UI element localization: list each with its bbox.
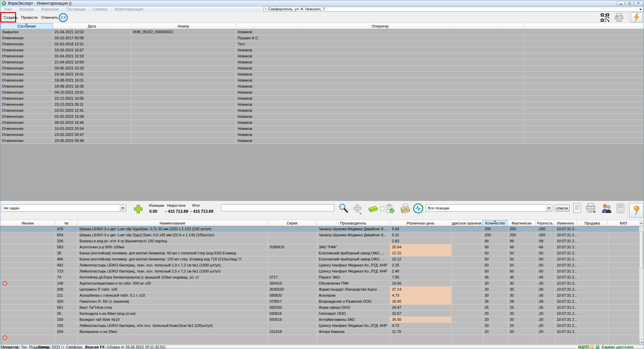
table-row[interactable]: Отмененная23-06-2021 14:01Новиков [0,71,644,78]
column-header-icons[interactable]: Иконки [0,220,55,226]
positions-toolbar: Не задан Излишки Недостача Итог 0.00 - 4… [0,201,644,220]
list-button[interactable]: список [555,205,569,211]
column-header-kiz[interactable]: КИЗ [608,220,639,226]
cell-date: 23-05-2022 09:48 [53,138,131,144]
table-row[interactable]: Отмененная01-04-2021 10:19Новиков [0,53,644,59]
cell-quantity: 50 [483,268,508,274]
table-row[interactable]: Отмененная10-01-2022 12:41Новиков [0,108,644,114]
pin-panel-button[interactable] [629,203,643,218]
column-header-number[interactable]: Номер [131,23,236,29]
table-row[interactable]: Отмененная02-02-2022 15:08Новиков [0,114,644,120]
column-header-state[interactable]: Состояние [0,23,53,29]
column-header-name[interactable]: Наименование [78,220,267,226]
quick-actions-button[interactable] [631,12,643,22]
cancel-button[interactable]: Отменить [39,14,60,21]
menu-funkcii[interactable]: Функции [16,7,38,11]
column-header-date[interactable]: Дата [53,23,131,29]
mdlp-check-button[interactable] [413,203,423,214]
table-row-partial[interactable]: + [0,335,644,345]
column-header-num[interactable]: № [55,220,78,226]
table-row[interactable]: Отмененная03-10-2017 00:06Пушкин А.С. [0,35,644,41]
table-row[interactable]: 204Валерианы н-ка 25мл151018Флора Кавказ… [0,329,644,335]
column-header-manufacturer[interactable]: Производитель [317,220,390,226]
menu-inventarizaciya[interactable]: Инвентаризация [111,7,147,11]
menu-spravka[interactable]: Справка [89,7,111,11]
column-header-quantity[interactable]: Количество [483,220,508,226]
table-row[interactable]: Отмененная09-02-2022 15:46Новиков [0,120,644,126]
table-row[interactable]: Отмененная10-03-2022 20:54Новиков [0,126,644,132]
main-toolbar: Создать Провести Отменить FX [0,12,644,23]
menu-uchet[interactable]: Учет [0,7,16,11]
table-row[interactable]: 561Бинт 7м*14см стер082020Фарм-сфера ООО… [0,305,644,311]
positions-filter-select[interactable]: Все позиции [426,204,552,212]
cell-number: 211 [55,293,78,298]
column-header-retail-price[interactable]: Розничная цена [390,220,451,226]
table-row[interactable]: Отмененная18-08-2021 16:35Новиков [0,84,644,90]
red-cross-badge-icon: + [3,336,7,340]
block-button[interactable] [367,205,378,213]
column-header-series[interactable]: Серия [267,220,317,226]
table-row[interactable]: Отмененная03-06-2021 10:33Новиков [0,65,644,71]
table-row[interactable]: Отмененная23-05-2022 09:48Новиков [0,138,644,144]
restore-button[interactable] [626,1,634,5]
cash-register-button[interactable] [400,204,410,214]
total-label: Итог [192,203,200,207]
table-row[interactable]: Отмененная18-08-2021 16:01Новиков [0,78,644,84]
add-position-button[interactable] [134,205,143,214]
column-header-difference[interactable]: Разность [536,220,554,226]
column-header-operator[interactable]: Оператор [236,23,525,29]
checkbox-icon[interactable] [380,207,384,211]
table-row[interactable]: Отмененная22-12-2021 10:06Новиков [0,96,644,102]
table-row[interactable]: Отмененная21-04-2021 10:00Новиков [0,59,644,65]
table-row[interactable]: +148Ацетилсалициловая к-та табл. 500 мг … [0,281,644,287]
table-row[interactable]: 25Календула н-ка 40мл (инд уп-ка)030816Г… [0,311,644,317]
column-header-address-storage[interactable]: дресное хранени [451,220,483,226]
cell-retail-price: 2.25 [390,262,452,268]
table-row[interactable]: 492Лейкопластырь LEIKO бактериц. ткан. о… [0,262,644,268]
close-button[interactable]: ✕ [634,1,642,5]
table-row[interactable]: 336Бахилы в инд.уп. п/эт 4 гр (Крымпласт… [0,238,644,244]
table-row[interactable]: Отмененная23-05-2022 09:47Новиков [0,132,644,138]
table-row[interactable]: 159Валидол таб 60мг №10550519Алтайвитами… [0,317,644,323]
table-row[interactable]: Отмененная10-03-2021 16:57Новиков [0,47,644,53]
scrollbar-thumb[interactable] [640,232,644,268]
qr-code-button[interactable] [601,13,609,22]
column-header-sale[interactable]: Продажа [577,220,608,226]
search-button[interactable] [339,203,348,213]
menu-postavshchik[interactable]: Поставщик [63,7,89,11]
table-row[interactable]: Отмененная04-10-2021 10:51Новиков [0,90,644,96]
minimize-button[interactable] [617,1,625,5]
cell-manufacturer: Гиппократ ООО [317,311,390,316]
table-row[interactable]: 466Банка (контейнер) полимер. для взятия… [0,256,644,262]
users-button[interactable] [601,203,612,214]
table-row[interactable]: 475Шприц LEIKO 3-х дет. Luer slip 5(доб)… [0,226,644,232]
menu-marketing[interactable]: Маркетинг [38,7,63,11]
store-address-select[interactable]: г. Симферополь, ул. А. Невского, 7 [263,7,644,12]
scroll-up-button[interactable] [639,220,644,226]
search-input[interactable] [221,204,334,211]
table-row[interactable]: 74Контейнер д/сбора биоматериалов (с кры… [0,275,644,281]
filter-select[interactable]: Не задан [2,204,126,212]
table-row[interactable]: 654Шприц LEIKO 3-х дет. Luer slip 2(до2,… [0,232,644,238]
column-header-changed[interactable]: Изменено [554,220,577,226]
scroll-down-button[interactable] [639,340,644,345]
table-row[interactable]: 723Лейкопластырь LEIKO бактериц. ткан. о… [0,268,644,275]
table-row[interactable]: 208Цитрамон П табл. х203030520Фармстанда… [0,287,644,293]
cell-operator: Новиков [236,65,525,71]
column-header-actual[interactable]: Фактически [507,220,536,226]
print-positions-button[interactable] [586,203,596,214]
table-row[interactable]: 192Лейкопластырь LEIKO бактериц. н/тк ос… [0,323,644,329]
post-button[interactable]: Провести [19,14,40,21]
table-row[interactable]: Отмененная01-02-2018 12:51Тест [0,41,644,47]
clipboard-button[interactable] [386,204,394,214]
table-row[interactable]: 18Банка (контейнер) полимер. для взятия … [0,250,644,256]
vertical-scrollbar[interactable] [639,226,644,345]
table-row[interactable]: 211Аскорбинка с глюкозой табл. 0.1 г. х1… [0,293,644,299]
table-row[interactable]: 583Асептолин р-р 90% 100млЛ280619ЗАО "РФ… [0,244,644,250]
print-button[interactable] [614,13,624,23]
table-row[interactable]: Отмененная23-12-2021 09:11Новиков [0,102,644,108]
report-button[interactable] [573,203,582,214]
table-row[interactable]: 429Гематоген Л- 50г (с лизином)070817Воз… [0,299,644,305]
create-button[interactable]: Создать [2,14,20,21]
table-row[interactable]: Закрытая21-04-2021 10:02ИНВ_05322_000000… [0,29,644,35]
